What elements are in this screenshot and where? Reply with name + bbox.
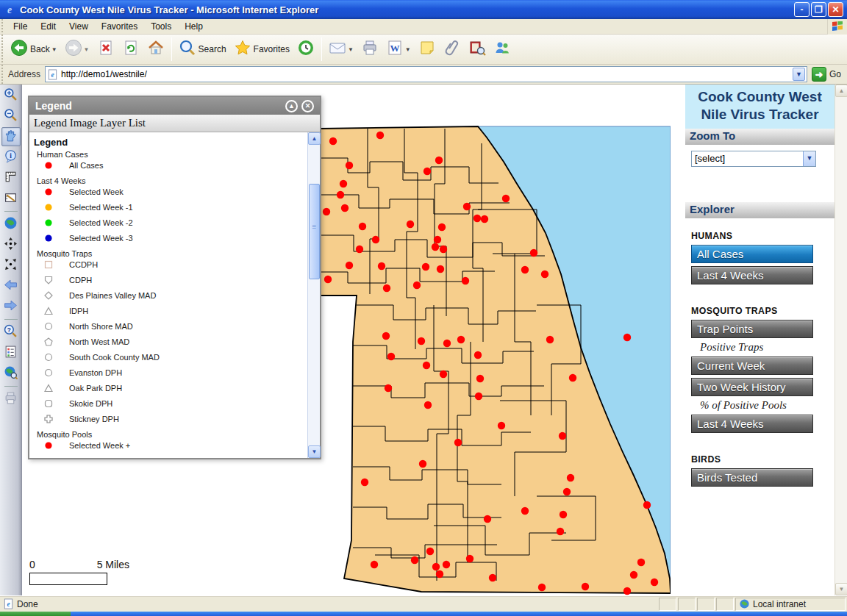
legend-panel-header[interactable]: Legend ▲ ✕ (29, 97, 320, 115)
zoom-selected-tool[interactable] (1, 256, 21, 275)
address-bar: Address e http://demo1/westnile/ ▼ ➜ Go (0, 65, 847, 85)
status-pane (678, 598, 696, 611)
mail-button[interactable]: ▼ (325, 37, 357, 62)
menu-favorites[interactable]: Favorites (95, 20, 144, 33)
toolbar-grip (0, 19, 4, 34)
print-tool[interactable] (1, 390, 21, 409)
start-button[interactable] (0, 612, 71, 616)
chevron-down-icon[interactable]: ▼ (348, 46, 354, 53)
scale-bar-rect (29, 573, 107, 585)
print-button[interactable] (357, 37, 382, 62)
home-button[interactable] (143, 37, 168, 62)
explorer-button[interactable]: Two Week History (691, 378, 813, 396)
print-icon (361, 39, 379, 60)
globe-icon (4, 216, 18, 233)
zoom-out-tool[interactable] (1, 107, 21, 126)
legend-item-label: CDPH (69, 276, 92, 284)
zoom-to-select[interactable]: [select] ▼ (691, 151, 816, 167)
forward-button[interactable]: ▼ (61, 37, 93, 62)
menu-tools[interactable]: Tools (144, 20, 178, 33)
paperclip-button[interactable] (440, 37, 465, 62)
scroll-thumb[interactable] (309, 184, 320, 279)
overview-map-tool[interactable] (1, 364, 21, 383)
stop-icon (97, 39, 115, 60)
menu-view[interactable]: View (62, 20, 95, 33)
scroll-down-button[interactable]: ▼ (308, 445, 321, 458)
chevron-down-icon[interactable]: ▼ (84, 46, 90, 53)
legend-item-label: South Cook County MAD (69, 353, 160, 362)
svg-text:?: ? (7, 326, 11, 333)
windows-taskbar[interactable] (0, 612, 847, 616)
zoom-out-icon (4, 108, 18, 125)
browser-scrollbar[interactable]: ▲ ▼ (835, 85, 847, 595)
explorer-button[interactable]: Birds Tested (691, 468, 813, 487)
standard-buttons-toolbar: Back▼▼SearchFavorites▼W▼ (0, 35, 847, 65)
globe-search-icon (4, 365, 18, 382)
explorer-button[interactable]: Trap Points (691, 320, 813, 338)
history-icon (297, 39, 315, 60)
explorer-button[interactable]: All Cases (691, 245, 813, 263)
forward-icon (65, 39, 82, 60)
menu-help[interactable]: Help (178, 20, 210, 33)
legend-panel: Legend ▲ ✕ Legend Image Layer List Legen… (28, 96, 321, 459)
legend-item: North Shore MAD (44, 322, 307, 331)
note-button[interactable] (415, 37, 440, 62)
stop-button[interactable] (93, 37, 118, 62)
go-button[interactable]: ➜ Go (812, 67, 841, 82)
map-viewport[interactable]: 0 5 Miles Legend ▲ ✕ Legend Image Layer … (22, 85, 671, 595)
full-extent-tool[interactable] (1, 215, 21, 234)
edit-word-button[interactable]: W▼ (382, 37, 415, 62)
back-extent-tool[interactable] (1, 276, 21, 296)
chevron-down-icon[interactable]: ▼ (51, 46, 57, 53)
pan-arrows-tool[interactable] (1, 235, 21, 254)
back-button[interactable]: Back▼ (7, 37, 61, 62)
identify-tool[interactable]: i (1, 148, 21, 167)
scale-bar: 0 5 Miles (29, 559, 132, 585)
query-tool[interactable]: ? (1, 323, 21, 342)
close-legend-button[interactable]: ✕ (301, 100, 314, 112)
go-arrow-icon: ➜ (812, 67, 826, 82)
explorer-button[interactable]: Current Week (691, 357, 813, 375)
legend-symbol-icon (44, 415, 53, 423)
legend-symbol-icon (44, 234, 53, 243)
explorer-section-header: MOSQUITO TRAPS (691, 305, 827, 316)
menu-edit[interactable]: Edit (34, 20, 62, 33)
status-pane (716, 598, 734, 611)
zoom-in-tool[interactable] (1, 86, 21, 105)
minimize-button[interactable]: - (794, 2, 810, 17)
measure-area-tool[interactable] (1, 189, 21, 208)
print-tool-icon (4, 391, 18, 408)
collapse-button[interactable]: ▲ (285, 100, 298, 112)
mail-icon (329, 39, 346, 60)
measure-tool[interactable] (1, 168, 21, 187)
search-button[interactable]: Search (175, 37, 230, 62)
messenger-button[interactable] (490, 37, 515, 62)
forward-extent-tool[interactable] (1, 297, 21, 316)
map-tools-toolbar: i? (0, 85, 22, 595)
address-dropdown-button[interactable]: ▼ (793, 68, 805, 81)
favorites-icon (234, 39, 251, 60)
select-dropdown-button[interactable]: ▼ (803, 151, 815, 166)
explorer-button[interactable]: Last 4 Weeks (691, 415, 813, 433)
layer-list-tool[interactable] (1, 343, 21, 362)
research-button[interactable] (465, 37, 490, 62)
restore-button[interactable]: ❐ (811, 2, 826, 17)
url-text: http://demo1/westnile/ (61, 69, 793, 79)
scroll-down-button[interactable]: ▼ (835, 583, 847, 595)
toolbar-separator (4, 211, 18, 212)
address-input[interactable]: e http://demo1/westnile/ ▼ (45, 66, 807, 82)
favorites-button[interactable]: Favorites (230, 37, 293, 62)
pan-tool[interactable] (1, 127, 21, 146)
explorer-button[interactable]: Last 4 Weeks (691, 266, 813, 284)
history-button[interactable] (293, 37, 318, 62)
scroll-up-button[interactable]: ▲ (835, 85, 847, 97)
menu-file[interactable]: File (7, 20, 34, 33)
close-button[interactable]: ✕ (828, 2, 843, 17)
legend-scrollbar[interactable]: ▲ ▼ (307, 132, 320, 458)
scroll-up-button[interactable]: ▲ (308, 132, 321, 145)
refresh-button[interactable] (118, 37, 143, 62)
legend-symbol-icon (44, 353, 53, 362)
legend-symbol-icon (44, 384, 53, 393)
chevron-down-icon[interactable]: ▼ (405, 46, 411, 53)
search-icon (179, 39, 196, 60)
